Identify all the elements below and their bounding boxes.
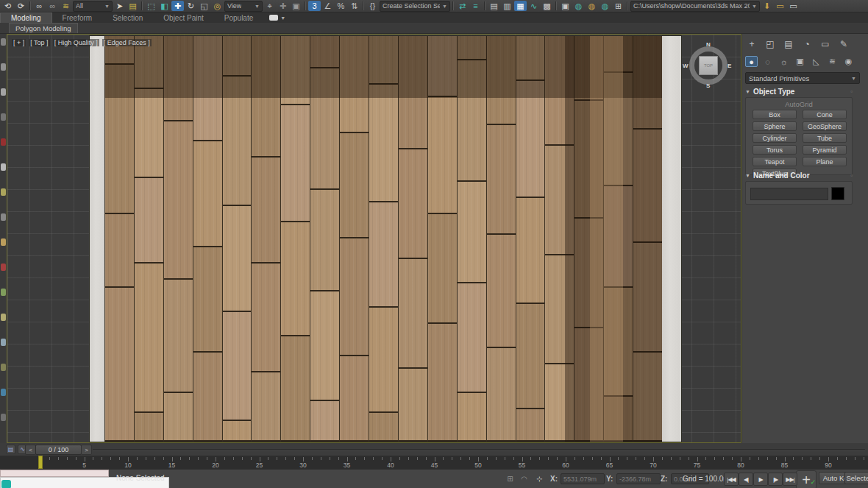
ribbon-tab-freeform[interactable]: Freeform	[52, 13, 103, 23]
motion-tab-icon[interactable]: ◔	[800, 38, 814, 50]
autogrid-toggle[interactable]: AutoGrid	[746, 100, 852, 108]
maxscript-mini-listener[interactable]	[0, 470, 109, 477]
shapes-category-icon[interactable]: ◌	[761, 56, 774, 67]
primitives-dropdown[interactable]: Standard Primitives ▼	[745, 72, 860, 84]
unlink-selection-icon[interactable]: ∞	[46, 1, 59, 11]
sphere-button[interactable]: Sphere	[753, 121, 797, 131]
go-to-end-button[interactable]: ▶▶|	[783, 473, 797, 486]
dock-icon[interactable]	[1, 63, 6, 71]
rendered-frame-window-icon[interactable]: ◍	[586, 1, 598, 11]
render-grid-icon[interactable]: ⊞	[612, 1, 625, 11]
time-slider-groove[interactable]	[93, 449, 865, 451]
tube-button[interactable]: Tube	[803, 133, 847, 143]
play-button[interactable]: ▶	[753, 473, 768, 486]
ribbon-tab-populate[interactable]: Populate	[214, 13, 263, 23]
isolate-selection-toggle-icon[interactable]: ⊞	[505, 473, 516, 484]
cone-button[interactable]: Cone	[803, 110, 847, 119]
cameras-category-icon[interactable]: ▣	[794, 56, 806, 67]
render-production-icon[interactable]: ◍	[599, 1, 611, 11]
rectangular-selection-region-icon[interactable]: ⬚	[145, 1, 157, 11]
torus-button[interactable]: Torus	[753, 145, 797, 155]
bind-to-space-warp-icon[interactable]: ≋	[60, 1, 72, 11]
select-by-name-icon[interactable]: ▤	[127, 1, 139, 11]
set-key-filter-selected-button[interactable]: Selected	[844, 472, 868, 484]
current-frame-marker[interactable]	[38, 456, 43, 469]
select-and-manipulate-icon[interactable]: ✚	[277, 1, 289, 11]
viewport-label-part-3[interactable]: [ Edged Faces ]	[102, 39, 152, 46]
geometry-category-icon[interactable]: ●	[745, 56, 758, 67]
select-and-place-icon[interactable]: ◎	[211, 1, 224, 11]
select-and-move-icon[interactable]: ✚	[171, 1, 184, 11]
curve-editor-icon[interactable]: ∿	[527, 1, 540, 11]
dock-icon[interactable]	[1, 88, 6, 96]
teapot-button[interactable]: Teapot	[753, 157, 797, 166]
lights-category-icon[interactable]: ☼	[778, 56, 790, 67]
set-keys-button[interactable]: + ✓	[796, 470, 817, 488]
viewport-top[interactable]: [ + ][ Top ][ High Quality ][ Edged Face…	[7, 34, 741, 443]
object-name-input[interactable]	[750, 188, 828, 200]
dock-icon[interactable]	[1, 238, 6, 246]
viewport-label-part-2[interactable]: [ High Quality ]	[53, 39, 99, 46]
create-tab-icon[interactable]: +	[745, 38, 758, 50]
previous-frame-button[interactable]: ◀|	[739, 473, 753, 486]
hierarchy-tab-icon[interactable]: ▤	[782, 38, 795, 50]
dock-icon[interactable]	[1, 188, 6, 196]
dock-icon[interactable]	[1, 289, 6, 296]
box-button[interactable]: Box	[753, 110, 797, 119]
helpers-category-icon[interactable]: ◺	[810, 56, 822, 67]
ribbon-tab-selection[interactable]: Selection	[102, 13, 153, 23]
dock-icon[interactable]	[1, 364, 6, 371]
dock-icon[interactable]	[1, 264, 6, 271]
reference-coordinate-dropdown[interactable]: View▼	[224, 1, 263, 12]
x-coordinate-field[interactable]: 5531.079m	[561, 473, 605, 484]
go-to-start-button[interactable]: |◀◀	[724, 473, 739, 486]
object-type-rollout-header[interactable]: ▼ Object Type ▫	[745, 87, 853, 96]
redo-icon[interactable]: ⟳	[15, 1, 27, 11]
selection-filter-dropdown[interactable]: All▼	[73, 1, 113, 12]
ribbon-tab-object-paint[interactable]: Object Paint	[153, 13, 213, 23]
dock-icon[interactable]	[1, 163, 6, 171]
edit-named-selection-sets-icon[interactable]: {}	[366, 1, 379, 11]
space-warps-category-icon[interactable]: ≋	[826, 56, 839, 67]
plane-button[interactable]: Plane	[803, 157, 847, 166]
dock-icon[interactable]	[1, 314, 6, 321]
material-editor-icon[interactable]: ▣	[559, 1, 572, 11]
track-bar[interactable]: 51015202530354045505560657075808590	[0, 456, 868, 470]
pyramid-button[interactable]: Pyramid	[803, 145, 847, 155]
absolute-mode-transform-icon[interactable]: ⊹	[534, 473, 545, 484]
snaps-toggle-icon[interactable]: 3	[308, 1, 321, 11]
time-slider-handle[interactable]: 0 / 100	[35, 445, 82, 455]
toggle-scene-explorer-icon[interactable]: ▤	[488, 1, 500, 11]
import-file-icon[interactable]: ⬇	[761, 1, 773, 11]
name-color-rollout-header[interactable]: ▼ Name and Color ▫	[745, 171, 853, 180]
render-setup-icon[interactable]: ◍	[572, 1, 585, 11]
spinner-snap-icon[interactable]: ⇅	[348, 1, 360, 11]
mini-track-icon[interactable]: ▤	[6, 445, 15, 454]
systems-category-icon[interactable]: ◉	[842, 56, 855, 67]
ribbon-tab-modeling[interactable]: Modeling	[0, 13, 52, 23]
mirror-icon[interactable]: ⇄	[456, 1, 469, 11]
modify-tab-icon[interactable]: ◰	[764, 38, 777, 50]
object-color-swatch[interactable]	[831, 187, 844, 200]
angle-snap-icon[interactable]: ∠	[321, 1, 334, 11]
save-file-icon[interactable]: ▭	[787, 1, 800, 11]
viewport-label-part-0[interactable]: [ + ]	[12, 39, 26, 46]
use-pivot-point-center-icon[interactable]: ⌖	[263, 1, 276, 11]
viewport-label-part-1[interactable]: [ Top ]	[29, 39, 49, 46]
select-and-link-icon[interactable]: ∞	[33, 1, 46, 11]
selection-lock-toggle-icon[interactable]: ◠	[519, 473, 530, 484]
floor-plane-object[interactable]	[89, 35, 682, 442]
dock-icon[interactable]	[1, 389, 6, 396]
window-crossing-icon[interactable]: ◧	[158, 1, 171, 11]
polygon-modeling-panel-tab[interactable]: Polygon Modeling	[9, 23, 78, 33]
project-folder-dropdown[interactable]: C:\Users\shopw\Documents\3ds Max 2020▼	[630, 1, 760, 12]
utilities-tab-icon[interactable]: ✎	[837, 38, 850, 50]
next-frame-button[interactable]: |▶	[768, 473, 783, 486]
ribbon-display-toggle[interactable]: ▼	[269, 14, 285, 21]
geosphere-button[interactable]: GeoSphere	[803, 121, 847, 131]
named-selection-sets-dropdown[interactable]: Create Selection Se▼	[380, 1, 450, 12]
select-and-rotate-icon[interactable]: ↻	[185, 1, 197, 11]
align-icon[interactable]: ≡	[469, 1, 482, 11]
dock-icon[interactable]	[1, 414, 6, 421]
toggle-layer-explorer-icon[interactable]: ▥	[501, 1, 513, 11]
